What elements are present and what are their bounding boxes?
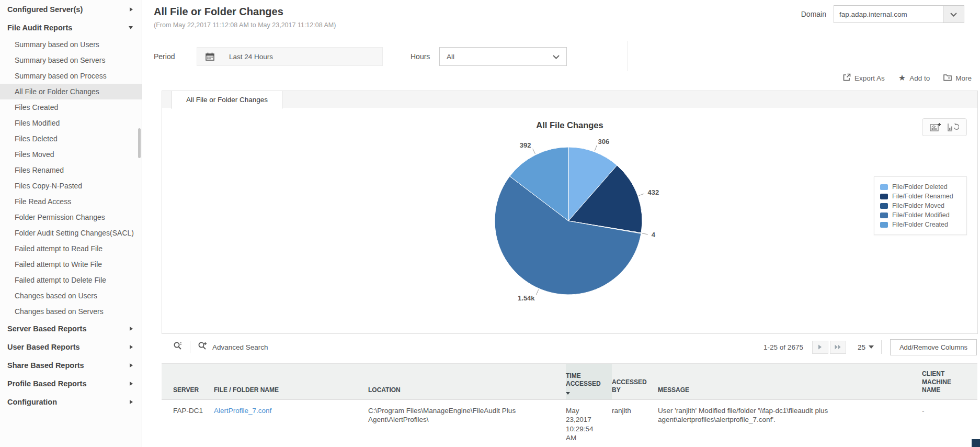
chart-legend: File/Folder DeletedFile/Folder RenamedFi…	[874, 176, 967, 235]
pagination-range: 1-25 of 2675	[764, 343, 803, 351]
calendar-icon	[206, 52, 214, 61]
sidebar-section-configuration[interactable]: Configuration	[0, 393, 142, 411]
column-header-label: SERVER	[173, 386, 199, 394]
sidebar-item-summary-based-on-servers[interactable]: Summary based on Servers	[0, 52, 142, 68]
period-picker[interactable]: Last 24 Hours	[197, 47, 383, 66]
sidebar-item-files-created[interactable]: Files Created	[0, 99, 142, 115]
advanced-search-icon[interactable]	[198, 341, 208, 353]
report-date-range: (From May 22,2017 11:12:08 AM to May 23,…	[154, 21, 336, 29]
sidebar-section-label: Profile Based Reports	[7, 379, 87, 388]
hours-value: All	[447, 53, 454, 61]
export-as-button[interactable]: Export As	[843, 73, 885, 83]
chart-tools	[922, 118, 967, 136]
legend-item-file-folder-moved[interactable]: File/Folder Moved	[880, 201, 961, 210]
report-actions: Export As ★ Add to More	[843, 73, 972, 83]
column-header-accessed-by[interactable]: ACCESSED BY	[612, 364, 658, 400]
audit-table: SERVERFILE / FOLDER NAMELOCATIONTIME ACC…	[162, 363, 977, 447]
sidebar-item-folder-permission-changes[interactable]: Folder Permission Changes	[0, 209, 142, 225]
export-icon	[843, 73, 851, 83]
column-header-file-folder-name[interactable]: FILE / FOLDER NAME	[214, 364, 368, 400]
chevron-down-icon	[553, 53, 560, 61]
legend-item-file-folder-renamed[interactable]: File/Folder Renamed	[880, 192, 961, 201]
sidebar-item-summary-based-on-users[interactable]: Summary based on Users	[0, 37, 142, 52]
pie-data-label: 306	[598, 138, 610, 146]
sidebar-item-all-file-or-folder-changes[interactable]: All File or Folder Changes	[0, 84, 142, 99]
domain-group: Domain fap.adap.internal.com	[801, 5, 964, 23]
next-page-button[interactable]	[812, 341, 828, 354]
pagination: 1-25 of 2675 25 Add/Remove Columns	[764, 339, 978, 355]
column-header-client-machine-name[interactable]: CLIENT MACHINE NAME	[922, 364, 977, 400]
search-icon[interactable]	[173, 341, 183, 353]
pie-label-connector	[595, 146, 597, 151]
column-header-label: FILE / FOLDER NAME	[214, 386, 279, 394]
grid-toolbar: Advanced Search 1-25 of 2675 25	[162, 334, 978, 360]
column-header-message[interactable]: MESSAGE	[658, 364, 922, 400]
client-machine-cell: -	[922, 399, 977, 447]
pie-label-connector	[533, 149, 535, 154]
last-page-button[interactable]	[830, 341, 846, 354]
domain-select-caret[interactable]	[943, 5, 964, 23]
page-size-value: 25	[858, 343, 865, 351]
sidebar-section-file-audit-reports[interactable]: File Audit Reports	[0, 18, 142, 37]
legend-item-file-folder-created[interactable]: File/Folder Created	[880, 220, 961, 229]
pie-data-label: 1.54k	[518, 294, 535, 302]
legend-label: File/Folder Moved	[892, 202, 944, 209]
sidebar-item-files-deleted[interactable]: Files Deleted	[0, 131, 142, 147]
legend-label: File/Folder Renamed	[892, 193, 953, 200]
sidebar-section-label: Server Based Reports	[7, 325, 87, 333]
file-link[interactable]: AlertProfile_7.conf	[214, 407, 271, 415]
legend-label: File/Folder Deleted	[892, 183, 948, 191]
sidebar-section-server-based-reports[interactable]: Server Based Reports	[0, 319, 142, 338]
column-header-location[interactable]: LOCATION	[368, 364, 566, 400]
legend-item-file-folder-modified[interactable]: File/Folder Modified	[880, 210, 961, 220]
sidebar-item-failed-attempt-to-delete-file[interactable]: Failed attempt to Delete File	[0, 272, 142, 288]
sidebar-item-changes-based-on-servers[interactable]: Changes based on Servers	[0, 304, 142, 319]
filter-row: Period Last 24 Hours Hours All	[154, 47, 980, 66]
tab-strip: All File or Folder Changes	[162, 91, 978, 108]
pie-label-connector	[536, 289, 538, 295]
domain-select[interactable]: fap.adap.internal.com	[834, 5, 943, 23]
refresh-chart-icon[interactable]	[948, 122, 959, 132]
add-to-button[interactable]: ★ Add to	[898, 74, 930, 82]
sidebar-section-user-based-reports[interactable]: User Based Reports	[0, 338, 142, 356]
sidebar-scrollbar[interactable]	[138, 128, 141, 158]
chevron-right-icon	[130, 7, 133, 12]
advanced-search-label[interactable]: Advanced Search	[212, 343, 268, 351]
column-header-server[interactable]: SERVER	[162, 364, 214, 400]
page-size-select[interactable]: 25	[858, 343, 874, 351]
legend-swatch	[880, 203, 888, 209]
sidebar-item-folder-audit-setting-changes-sacl[interactable]: Folder Audit Setting Changes(SACL)	[0, 225, 142, 241]
file-name-cell: AlertProfile_7.conf	[214, 399, 368, 447]
column-header-label: MESSAGE	[658, 386, 689, 394]
sort-desc-icon[interactable]	[566, 392, 570, 395]
sidebar-section-profile-based-reports[interactable]: Profile Based Reports	[0, 374, 142, 393]
table-row: FAP-DC1AlertProfile_7.confC:\Program Fil…	[162, 399, 977, 447]
add-chart-icon[interactable]	[930, 122, 941, 132]
sidebar-section-label: Share Based Reports	[7, 361, 84, 370]
sidebar-item-failed-attempt-to-write-file[interactable]: Failed attempt to Write File	[0, 256, 142, 272]
column-header-time-accessed[interactable]: TIME ACCESSED	[566, 364, 612, 400]
sidebar-item-failed-attempt-to-read-file[interactable]: Failed attempt to Read File	[0, 241, 142, 256]
legend-label: File/Folder Modified	[892, 211, 950, 219]
sidebar-item-files-renamed[interactable]: Files Renamed	[0, 162, 142, 178]
tab-all-file-or-folder-changes[interactable]: All File or Folder Changes	[172, 91, 282, 109]
legend-item-file-folder-deleted[interactable]: File/Folder Deleted	[880, 182, 961, 192]
domain-value: fap.adap.internal.com	[839, 10, 907, 18]
sidebar-item-summary-based-on-process[interactable]: Summary based on Process	[0, 68, 142, 84]
pie-data-label: 432	[648, 188, 659, 196]
message-cell: User 'ranjith' Modified file/folder '\\f…	[658, 399, 922, 447]
sidebar-item-files-modified[interactable]: Files Modified	[0, 115, 142, 131]
last-page-icon	[835, 342, 841, 352]
sidebar-section-configured-server-s[interactable]: Configured Server(s)	[0, 0, 142, 18]
sidebar-item-file-read-access[interactable]: File Read Access	[0, 194, 142, 209]
hours-select[interactable]: All	[439, 47, 567, 66]
legend-swatch	[880, 194, 888, 199]
column-header-label: TIME ACCESSED	[566, 372, 601, 388]
sidebar-item-files-copy-n-pasted[interactable]: Files Copy-N-Pasted	[0, 178, 142, 194]
corner-widget[interactable]	[972, 439, 980, 447]
sidebar-item-files-moved[interactable]: Files Moved	[0, 147, 142, 162]
add-remove-columns-button[interactable]: Add/Remove Columns	[890, 339, 977, 355]
sidebar-section-share-based-reports[interactable]: Share Based Reports	[0, 356, 142, 374]
more-button[interactable]: More	[943, 74, 972, 83]
sidebar-item-changes-based-on-users[interactable]: Changes based on Users	[0, 288, 142, 304]
